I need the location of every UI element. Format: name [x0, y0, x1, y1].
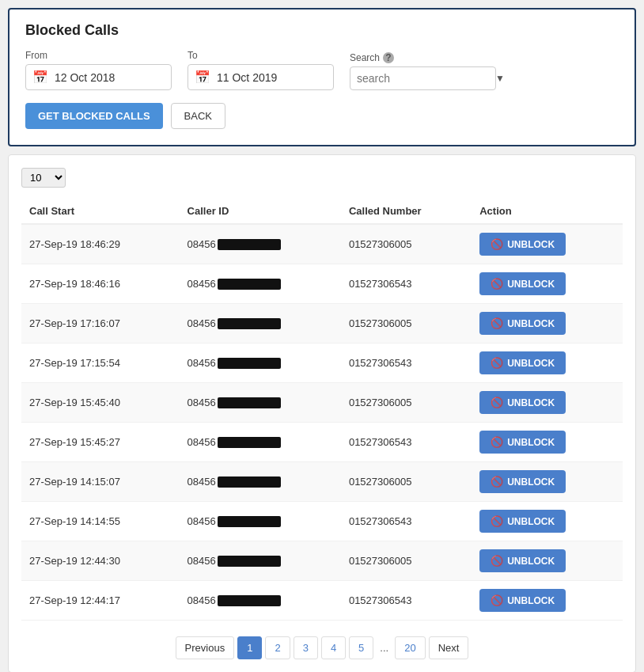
redacted-caller	[218, 437, 281, 448]
cell-action: 🚫UNBLOCK	[472, 383, 623, 423]
table-row: 27-Sep-19 17:16:070845601527306005🚫UNBLO…	[21, 304, 623, 344]
cell-action: 🚫UNBLOCK	[472, 304, 623, 344]
col-caller-id: Caller ID	[180, 199, 341, 224]
unblock-button[interactable]: 🚫UNBLOCK	[479, 391, 566, 414]
ban-icon: 🚫	[491, 238, 503, 250]
redacted-caller	[218, 279, 281, 290]
cell-call-start: 27-Sep-19 18:46:16	[21, 264, 180, 304]
cell-caller-id: 08456	[180, 423, 341, 462]
back-button[interactable]: BACK	[171, 103, 225, 129]
cell-action: 🚫UNBLOCK	[472, 344, 623, 383]
cell-called-number: 01527306543	[341, 502, 472, 541]
cell-caller-id: 08456	[180, 462, 341, 502]
cell-caller-id: 08456	[180, 344, 341, 383]
unblock-button[interactable]: 🚫UNBLOCK	[479, 233, 566, 256]
cell-called-number: 01527306543	[341, 344, 472, 383]
cell-action: 🚫UNBLOCK	[472, 264, 623, 304]
redacted-caller	[218, 397, 281, 408]
cell-called-number: 01527306005	[341, 462, 472, 502]
per-page-select[interactable]: 102550100	[21, 168, 66, 188]
to-calendar-icon: 📅	[195, 70, 210, 85]
cell-call-start: 27-Sep-19 15:45:27	[21, 423, 180, 462]
from-group: From 📅	[25, 50, 172, 90]
cell-called-number: 01527306543	[341, 264, 472, 304]
page-button-3[interactable]: 3	[294, 636, 318, 659]
to-date-input[interactable]	[217, 71, 320, 84]
to-group: To 📅	[188, 50, 334, 90]
unblock-button[interactable]: 🚫UNBLOCK	[479, 549, 566, 572]
search-dropdown-arrow[interactable]: ▼	[495, 73, 505, 84]
unblock-button[interactable]: 🚫UNBLOCK	[479, 589, 566, 612]
ban-icon: 🚫	[491, 317, 503, 329]
redacted-caller	[218, 318, 281, 329]
top-panel: Blocked Calls From 📅 To 📅	[8, 8, 636, 146]
filter-row: From 📅 To 📅 Search ?	[25, 50, 619, 90]
unblock-button[interactable]: 🚫UNBLOCK	[479, 272, 566, 295]
cell-called-number: 01527306005	[341, 541, 472, 581]
cell-caller-id: 08456	[180, 502, 341, 541]
unblock-button[interactable]: 🚫UNBLOCK	[479, 470, 566, 493]
page-button-5[interactable]: 5	[349, 636, 373, 659]
from-date-wrap[interactable]: 📅	[25, 64, 172, 90]
search-input-wrap[interactable]: ▼	[350, 66, 496, 90]
table-row: 27-Sep-19 14:15:070845601527306005🚫UNBLO…	[21, 462, 623, 502]
table-row: 27-Sep-19 12:44:170845601527306543🚫UNBLO…	[21, 581, 623, 621]
per-page-wrap: 102550100	[21, 168, 623, 188]
to-label: To	[188, 50, 334, 61]
redacted-caller	[218, 595, 281, 606]
cell-called-number: 01527306005	[341, 224, 472, 264]
ban-icon: 🚫	[491, 515, 503, 527]
cell-action: 🚫UNBLOCK	[472, 224, 623, 264]
cell-action: 🚫UNBLOCK	[472, 423, 623, 462]
page-title: Blocked Calls	[25, 22, 619, 39]
table-row: 27-Sep-19 14:14:550845601527306543🚫UNBLO…	[21, 502, 623, 541]
table-row: 27-Sep-19 18:46:160845601527306543🚫UNBLO…	[21, 264, 623, 304]
cell-call-start: 27-Sep-19 17:16:07	[21, 304, 180, 344]
unblock-button[interactable]: 🚫UNBLOCK	[479, 351, 566, 374]
ban-icon: 🚫	[491, 436, 503, 448]
cell-call-start: 27-Sep-19 14:14:55	[21, 502, 180, 541]
from-date-input[interactable]	[55, 71, 157, 84]
search-group: Search ? ▼	[350, 52, 496, 90]
search-input[interactable]	[357, 72, 495, 85]
cell-call-start: 27-Sep-19 17:15:54	[21, 344, 180, 383]
blocked-calls-table: Call Start Caller ID Called Number Actio…	[21, 199, 623, 621]
ban-icon: 🚫	[491, 594, 503, 606]
cell-caller-id: 08456	[180, 224, 341, 264]
table-row: 27-Sep-19 12:44:300845601527306005🚫UNBLO…	[21, 541, 623, 581]
help-icon: ?	[383, 52, 394, 63]
table-row: 27-Sep-19 18:46:290845601527306005🚫UNBLO…	[21, 224, 623, 264]
table-row: 27-Sep-19 15:45:400845601527306005🚫UNBLO…	[21, 383, 623, 423]
redacted-caller	[218, 358, 281, 369]
search-label: Search	[350, 52, 380, 63]
get-blocked-calls-button[interactable]: GET BLOCKED CALLS	[25, 103, 163, 129]
next-button[interactable]: Next	[429, 636, 469, 659]
unblock-button[interactable]: 🚫UNBLOCK	[479, 510, 566, 533]
ban-icon: 🚫	[491, 555, 503, 567]
unblock-button[interactable]: 🚫UNBLOCK	[479, 431, 566, 454]
page-wrapper: Blocked Calls From 📅 To 📅	[0, 8, 644, 672]
previous-button[interactable]: Previous	[176, 636, 235, 659]
ban-icon: 🚫	[491, 397, 503, 408]
redacted-caller	[218, 556, 281, 567]
cell-caller-id: 08456	[180, 541, 341, 581]
table-row: 27-Sep-19 17:15:540845601527306543🚫UNBLO…	[21, 344, 623, 383]
cell-call-start: 27-Sep-19 12:44:17	[21, 581, 180, 621]
page-button-20[interactable]: 20	[395, 636, 425, 659]
col-call-start: Call Start	[21, 199, 180, 224]
ban-icon: 🚫	[491, 476, 503, 488]
page-button-1[interactable]: 1	[237, 636, 262, 659]
to-date-wrap[interactable]: 📅	[188, 64, 334, 90]
cell-action: 🚫UNBLOCK	[472, 581, 623, 621]
unblock-button[interactable]: 🚫UNBLOCK	[479, 312, 566, 335]
table-header-row: Call Start Caller ID Called Number Actio…	[21, 199, 623, 224]
cell-call-start: 27-Sep-19 18:46:29	[21, 224, 180, 264]
page-button-4[interactable]: 4	[321, 636, 346, 659]
page-button-2[interactable]: 2	[265, 636, 290, 659]
cell-caller-id: 08456	[180, 264, 341, 304]
bottom-panel: 102550100 Call Start Caller ID Called Nu…	[8, 154, 636, 672]
cell-caller-id: 08456	[180, 581, 341, 621]
from-calendar-icon: 📅	[32, 70, 48, 85]
ban-icon: 🚫	[491, 278, 503, 290]
from-label: From	[25, 50, 172, 61]
